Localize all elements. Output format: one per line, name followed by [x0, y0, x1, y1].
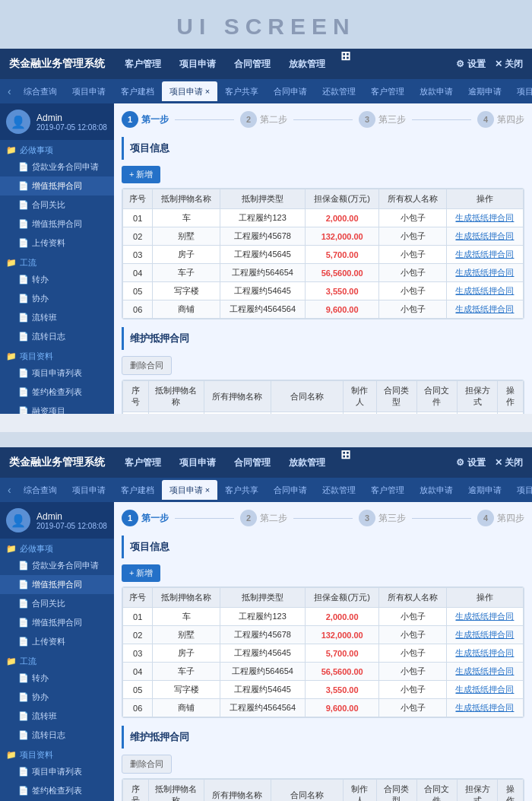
cell-action[interactable]: 生成抵纸押合同 [446, 282, 523, 300]
tab-left-arrow-2[interactable]: ‹ [3, 484, 16, 496]
sidebar-item-mortgage2[interactable]: 📄 增值抵押合同 [0, 215, 114, 234]
tab-comprehensive[interactable]: 综合查询 [16, 81, 65, 101]
tab-comprehensive-2[interactable]: 综合查询 [16, 480, 65, 500]
nav-contract[interactable]: 合同管理 [225, 49, 280, 79]
nav-loan[interactable]: 放款管理 [280, 49, 334, 79]
cell-action[interactable]: 生成抵纸押合同 [446, 227, 523, 246]
sidebar-item-sign-check[interactable]: 📄 签约检查列表 [0, 383, 114, 402]
sidebar-item-financing[interactable]: 📄 融资项目 [0, 402, 114, 414]
cell-action[interactable]: 生成抵纸押合同 [446, 209, 523, 227]
nav-loan-2[interactable]: 放款管理 [280, 447, 334, 478]
sidebar-item-log[interactable]: 📄 流转日志 [0, 327, 114, 346]
cell-action[interactable]: 生成抵纸押合同 [446, 626, 523, 644]
grid-icon[interactable]: ⊞ [340, 49, 350, 79]
tab-overdue-2[interactable]: 逾期申请 [461, 480, 509, 500]
step-2-label: 第二步 [260, 113, 287, 126]
tab-loan-apply-2[interactable]: 放款申请 [412, 480, 461, 500]
table-row: 01 车 工程履约123 2,000.00 小包子 生成抵纸押合同 [123, 209, 524, 227]
doc-icon12: 📄 [18, 406, 29, 414]
tab-project-apply-active[interactable]: 项目申请 × [162, 81, 217, 101]
sidebar-item-sign-check-2[interactable]: 📄 签约检查列表 [0, 781, 114, 800]
tab-contract-apply[interactable]: 合同申请 [266, 81, 315, 101]
cell-m-action[interactable]: 生成 [498, 412, 524, 415]
sidebar-item-flow-2[interactable]: 📄 流转班 [0, 707, 114, 726]
tab-project-apply-2[interactable]: 项目申请 [65, 480, 113, 500]
tab-customer-file[interactable]: 客户建档 [113, 81, 162, 101]
sidebar-item-contract-ratio[interactable]: 📄 合同关比 [0, 195, 114, 215]
sidebar-item-contract-ratio-2[interactable]: 📄 合同关比 [0, 594, 114, 613]
cell-type: 工程履约54645 [220, 282, 306, 300]
sidebar-item-mortgage[interactable]: 📄 增值抵押合同 [0, 176, 114, 195]
nav-project[interactable]: 项目申请 [170, 49, 225, 79]
sidebar-item-transfer-2[interactable]: 📄 转办 [0, 669, 114, 688]
tab-customer-file-2[interactable]: 客户建档 [113, 480, 162, 500]
delete-contract-button-2[interactable]: 删除合同 [122, 755, 172, 774]
cell-action[interactable]: 生成抵纸押合同 [446, 608, 523, 626]
add-button-2[interactable]: + 新增 [122, 564, 160, 582]
cell-action[interactable]: 生成抵纸押合同 [446, 300, 523, 319]
sidebar-item-flow[interactable]: 📄 流转班 [0, 308, 114, 327]
cell-owner: 小包子 [379, 246, 447, 264]
user-date: 2019-07-05 12:08:08 [36, 123, 107, 132]
nav-customer[interactable]: 客户管理 [116, 49, 170, 79]
tab-contract-apply-2[interactable]: 合同申请 [266, 480, 315, 500]
cell-action[interactable]: 生成抵纸押合同 [446, 264, 523, 282]
th-m-contract-2: 合同名称 [271, 780, 344, 802]
sidebar-item-mortgage-2[interactable]: 📄 增值抵押合同 [0, 575, 114, 594]
close-link[interactable]: ✕ 关闭 [495, 58, 523, 71]
tab-customer-share-2[interactable]: 客户共享 [217, 480, 266, 500]
cell-action[interactable]: 生成抵纸押合同 [446, 644, 523, 663]
sidebar-item-log-2[interactable]: 📄 流转日志 [0, 726, 114, 745]
user-info-2: 👤 Admin 2019-07-05 12:08:08 [0, 502, 114, 539]
tab-project-apply-active-2[interactable]: 项目申请 × [162, 480, 217, 500]
cell-action[interactable]: 生成抵纸押合同 [446, 663, 523, 681]
th-amount-2: 担保金额(万元) [306, 588, 379, 608]
nav-customer-2[interactable]: 客户管理 [116, 447, 170, 478]
tab-left-arrow[interactable]: ‹ [3, 85, 16, 97]
sidebar-item-loan-contract[interactable]: 📄 贷款业务合同申请 [0, 157, 114, 176]
cell-type: 工程履约45678 [220, 626, 306, 644]
nav-contract-2[interactable]: 合同管理 [225, 447, 280, 478]
sidebar-item-cooperate[interactable]: 📄 协办 [0, 289, 114, 308]
cell-action[interactable]: 生成抵纸押合同 [446, 699, 523, 717]
maintain-mortgage-panel: 序号 抵制押物名称 所有押物名称 合同名称 制作人 合同类型 合同文件 担保方式… [122, 380, 524, 414]
tab-project-apply[interactable]: 项目申请 [65, 81, 113, 101]
th-m-method: 担保方式 [457, 381, 497, 412]
sidebar-item-transfer[interactable]: 📄 转办 [0, 270, 114, 289]
sidebar-item-project-list-2[interactable]: 📄 项目申请列表 [0, 762, 114, 781]
project-info-table: 序号 抵制押物名称 抵制押类型 担保金额(万元) 所有权人名称 操作 01 车 … [122, 189, 524, 319]
grid-icon-2[interactable]: ⊞ [340, 447, 350, 478]
sidebar-item-upload-2[interactable]: 📄 上传资料 [0, 632, 114, 651]
cell-name: 别墅 [153, 227, 220, 246]
nav-project-2[interactable]: 项目申请 [170, 447, 225, 478]
cell-amount: 132,000.00 [306, 227, 379, 246]
tab-project2[interactable]: 项目申请 [509, 81, 532, 101]
settings-link-2[interactable]: ⚙ 设置 [456, 456, 485, 469]
sidebar-item-cooperate-2[interactable]: 📄 协办 [0, 688, 114, 707]
cell-action[interactable]: 生成抵纸押合同 [446, 246, 523, 264]
close-link-2[interactable]: ✕ 关闭 [495, 456, 523, 469]
tab-overdue[interactable]: 逾期申请 [461, 81, 509, 101]
tab-repay[interactable]: 还款管理 [315, 81, 363, 101]
main-layout: 👤 Admin 2019-07-05 12:08:08 📁 必做事项 📄 贷款业 [0, 103, 532, 414]
sidebar-item-project-list[interactable]: 📄 项目申请列表 [0, 364, 114, 383]
tab-project2-2[interactable]: 项目申请 [509, 480, 532, 500]
tab-customer-mgmt[interactable]: 客户管理 [363, 81, 412, 101]
tab-customer-mgmt-2[interactable]: 客户管理 [363, 480, 412, 500]
cell-m-file: 工程履约 [416, 412, 457, 415]
sidebar-item-mortgage2-2[interactable]: 📄 增值抵押合同 [0, 613, 114, 632]
th-m-ownername-2: 所有押物名称 [204, 780, 271, 802]
sidebar-item-upload[interactable]: 📄 上传资料 [0, 234, 114, 253]
table-row: 05 写字楼 工程履约54645 3,550.00 小包子 生成抵纸押合同 [123, 681, 524, 699]
delete-contract-button[interactable]: 删除合同 [122, 356, 172, 375]
add-button[interactable]: + 新增 [122, 166, 160, 183]
cell-action[interactable]: 生成抵纸押合同 [446, 681, 523, 699]
tab-customer-share[interactable]: 客户共享 [217, 81, 266, 101]
sidebar-item-loan-contract-2[interactable]: 📄 贷款业务合同申请 [0, 556, 114, 575]
tab-repay-2[interactable]: 还款管理 [315, 480, 363, 500]
screen-divider [0, 432, 532, 447]
settings-link[interactable]: ⚙ 设置 [456, 58, 485, 71]
step-1-label-2: 第一步 [141, 512, 169, 525]
tab-loan-apply[interactable]: 放款申请 [412, 81, 461, 101]
cell-m-type: 工程履约 [376, 412, 416, 415]
